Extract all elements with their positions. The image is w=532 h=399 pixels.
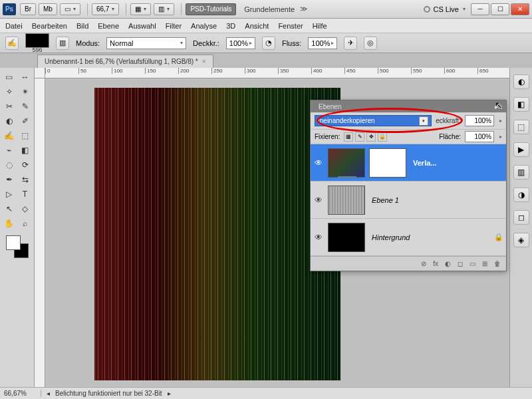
- menu-hilfe[interactable]: Hilfe: [313, 22, 327, 30]
- tool-zoom[interactable]: ⌕: [18, 217, 33, 230]
- new-layer-icon[interactable]: ⊞: [482, 260, 487, 267]
- menu-fenster[interactable]: Fenster: [278, 22, 303, 30]
- bridge-button[interactable]: Br: [20, 3, 36, 15]
- lock-transparency-icon[interactable]: ▦: [344, 132, 353, 142]
- lock-pixels-icon[interactable]: ✎: [355, 132, 364, 142]
- arrange-dropdown[interactable]: ▥: [154, 3, 174, 15]
- menu-3d[interactable]: 3D: [226, 22, 235, 30]
- tool-dodge[interactable]: ⟳: [18, 158, 33, 172]
- panel-menu-icon[interactable]: ▸≡: [495, 103, 502, 110]
- panel-swatches-icon[interactable]: ◧: [513, 97, 529, 112]
- visibility-toggle-icon[interactable]: 👁: [313, 158, 324, 168]
- panel-adjustments-icon[interactable]: ◑: [513, 188, 529, 202]
- layer-thumbnail[interactable]: [328, 148, 365, 178]
- lock-all-icon[interactable]: 🔒: [378, 132, 387, 142]
- foreground-color-swatch[interactable]: [6, 235, 21, 250]
- cs-live-button[interactable]: CS Live ▾: [424, 5, 466, 13]
- status-nav-prev-icon[interactable]: ◂: [47, 390, 50, 397]
- panel-masks-icon[interactable]: ◻: [513, 210, 529, 225]
- opacity-field[interactable]: 100%▸: [226, 37, 255, 49]
- layer-name[interactable]: Hintergrund: [369, 233, 490, 241]
- menu-filter[interactable]: Filter: [166, 22, 182, 30]
- brush-preview-swatch[interactable]: [25, 33, 49, 48]
- delete-layer-icon[interactable]: 🗑: [494, 260, 501, 267]
- menu-datei[interactable]: Datei: [5, 22, 23, 30]
- tool-move[interactable]: ▭: [2, 70, 17, 84]
- menu-bild[interactable]: Bild: [76, 22, 88, 30]
- tool-3d-camera[interactable]: ◇: [18, 202, 33, 215]
- tool-shape[interactable]: T: [18, 188, 33, 201]
- brush-tool-icon[interactable]: ✍: [5, 37, 19, 50]
- tool-crop[interactable]: ✂: [2, 100, 17, 113]
- adjustment-layer-icon[interactable]: ◻: [458, 260, 463, 267]
- layer-row-hintergrund[interactable]: 👁 Hintergrund 🔒: [311, 219, 506, 256]
- status-nav-next-icon[interactable]: ▸: [168, 390, 171, 397]
- brush-panel-toggle-icon[interactable]: ▥: [56, 37, 69, 50]
- tool-pen[interactable]: ✒: [2, 173, 17, 186]
- tool-path[interactable]: ▷: [2, 188, 17, 201]
- document-tab[interactable]: Unbenannt-1 bei 66,7% (Verlaufsfüllung 1…: [37, 55, 213, 68]
- workspace-more-icon[interactable]: ≫: [300, 5, 308, 13]
- visibility-toggle-icon[interactable]: 👁: [313, 196, 324, 205]
- close-tab-icon[interactable]: ×: [202, 58, 206, 65]
- blend-mode-dropdown[interactable]: Normal▾: [106, 37, 186, 49]
- tool-history-brush[interactable]: ⬚: [18, 129, 33, 142]
- menu-ansicht[interactable]: Ansicht: [245, 22, 269, 30]
- menu-auswahl[interactable]: Auswahl: [128, 22, 156, 30]
- layer-row-ebene1[interactable]: 👁 Ebene 1: [311, 182, 506, 219]
- color-swatches[interactable]: [6, 235, 29, 258]
- screen-mode-dropdown[interactable]: ▭: [60, 3, 80, 15]
- tool-eraser[interactable]: ⌁: [2, 144, 17, 157]
- mask-icon[interactable]: ◐: [445, 260, 451, 267]
- tool-brush[interactable]: ✐: [18, 114, 33, 128]
- blend-mode-dropdown[interactable]: Ineinanderkopieren: [315, 115, 432, 126]
- zoom-readout[interactable]: 66,67%: [4, 390, 41, 397]
- minibridge-button[interactable]: Mb: [39, 3, 57, 15]
- tool-blur[interactable]: ◌: [2, 158, 17, 172]
- menu-analyse[interactable]: Analyse: [191, 22, 217, 30]
- tool-wand[interactable]: ✴: [18, 85, 33, 98]
- workspace-psd-tutorials[interactable]: PSD-Tutorials: [186, 3, 236, 15]
- minimize-button[interactable]: ─: [471, 3, 489, 15]
- tool-marquee[interactable]: ↔: [18, 70, 33, 84]
- view-extras-dropdown[interactable]: ▦: [130, 3, 151, 15]
- link-layers-icon[interactable]: ⊘: [421, 260, 426, 267]
- maximize-button[interactable]: ☐: [491, 3, 509, 15]
- group-icon[interactable]: ▭: [469, 260, 475, 267]
- tool-3d[interactable]: ↖: [2, 202, 17, 215]
- panel-history-icon[interactable]: ▥: [513, 165, 529, 180]
- tool-heal[interactable]: ◐: [2, 114, 17, 128]
- opacity-flyout-icon[interactable]: ▸: [499, 118, 502, 124]
- tool-type[interactable]: ⇆: [18, 173, 33, 186]
- layer-mask-thumbnail[interactable]: [369, 148, 406, 178]
- flow-field[interactable]: 100%▸: [308, 37, 337, 49]
- layers-tab[interactable]: Ebenen: [315, 103, 345, 110]
- tool-lasso[interactable]: ✧: [2, 85, 17, 98]
- fx-icon[interactable]: fx: [433, 260, 438, 267]
- tool-hand[interactable]: ✋: [2, 217, 17, 230]
- pressure-opacity-icon[interactable]: ◔: [262, 37, 275, 50]
- airbrush-icon[interactable]: ✈: [344, 37, 357, 50]
- visibility-toggle-icon[interactable]: 👁: [313, 233, 324, 242]
- zoom-level-dropdown[interactable]: 66,7: [92, 3, 119, 15]
- menu-bearbeiten[interactable]: Bearbeiten: [32, 22, 67, 30]
- layer-row-verlaufsfuellung[interactable]: 👁 Verla...: [311, 144, 506, 182]
- panel-actions-icon[interactable]: ▶: [513, 142, 529, 157]
- fill-flyout-icon[interactable]: ▸: [499, 134, 502, 140]
- menu-ebene[interactable]: Ebene: [98, 22, 119, 30]
- close-button[interactable]: ✕: [511, 3, 529, 15]
- tool-eyedropper[interactable]: ✎: [18, 100, 33, 113]
- layer-opacity-field[interactable]: 100%: [465, 115, 494, 126]
- lock-position-icon[interactable]: ✥: [366, 132, 376, 142]
- workspace-grundelemente[interactable]: Grundelemente: [244, 5, 295, 13]
- panel-styles-icon[interactable]: ⬚: [513, 120, 529, 134]
- tool-stamp[interactable]: ✍: [2, 129, 17, 142]
- panel-layers-icon[interactable]: ◈: [513, 233, 529, 247]
- layer-thumbnail[interactable]: [328, 186, 365, 215]
- layer-thumbnail[interactable]: [328, 223, 365, 252]
- panel-color-icon[interactable]: ◐: [513, 74, 529, 89]
- tool-gradient[interactable]: ◧: [18, 144, 33, 157]
- layer-name[interactable]: Verla...: [410, 159, 503, 167]
- layer-name[interactable]: Ebene 1: [369, 196, 503, 204]
- document-canvas[interactable]: [94, 88, 340, 380]
